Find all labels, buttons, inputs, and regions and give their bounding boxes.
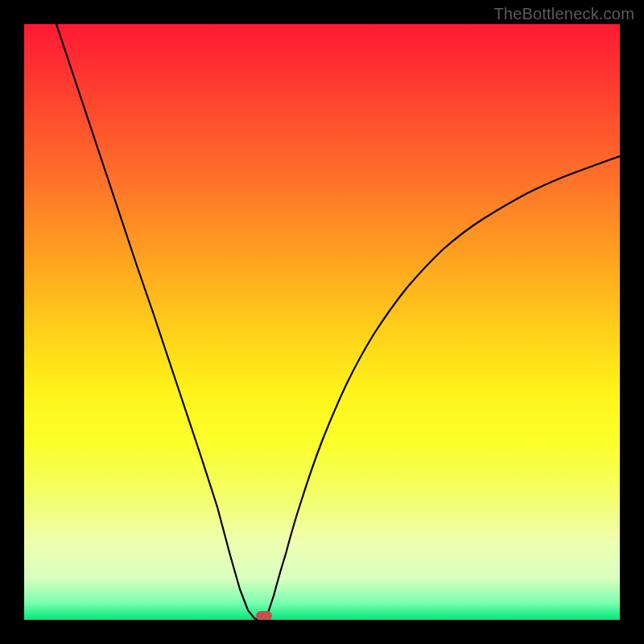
curve-left-branch bbox=[56, 24, 258, 620]
watermark-text: TheBottleneck.com bbox=[493, 5, 634, 23]
plot-area bbox=[24, 24, 620, 620]
curve-right-branch bbox=[266, 156, 620, 620]
min-marker bbox=[256, 611, 272, 620]
outer-frame: TheBottleneck.com bbox=[0, 0, 644, 644]
curve-svg bbox=[24, 24, 620, 620]
